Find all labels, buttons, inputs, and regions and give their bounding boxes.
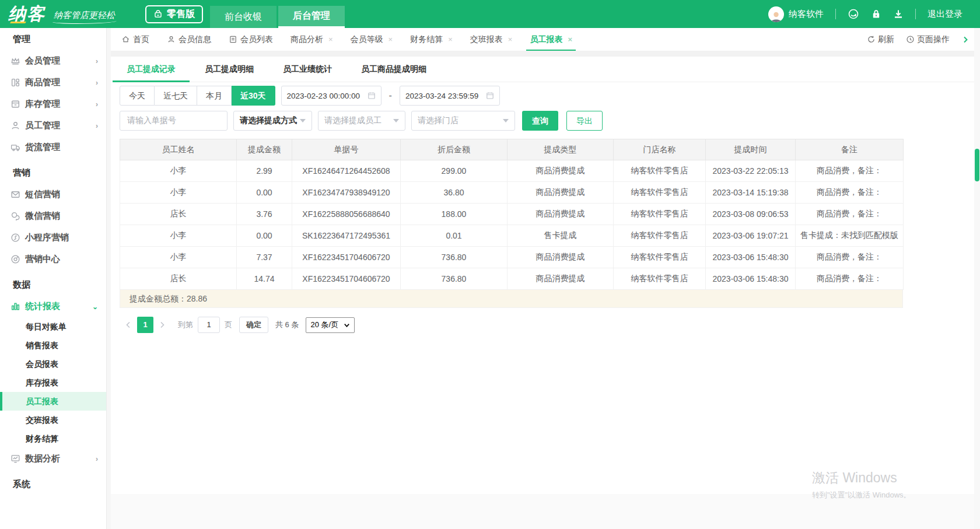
- cell-store: 纳客软件零售店: [614, 247, 706, 268]
- sidebar-item-stock-manage[interactable]: 库存管理 ›: [0, 93, 106, 115]
- customer-service-icon[interactable]: [848, 8, 859, 20]
- sidebar-section-system: 系统: [0, 473, 106, 495]
- sidebar-sub-shift-report[interactable]: 交班报表: [0, 411, 106, 429]
- search-button[interactable]: 查询: [522, 111, 558, 131]
- order-number-link[interactable]: XF16234747938949120: [292, 182, 401, 204]
- logout-button[interactable]: 退出登录: [928, 9, 963, 20]
- cell-remark: 商品消费，备注：: [796, 247, 904, 268]
- prev-page-button[interactable]: [120, 317, 137, 333]
- sidebar-sub-member-report[interactable]: 会员报表: [0, 355, 106, 373]
- cell-store: 纳客软件零售店: [614, 225, 706, 247]
- close-icon[interactable]: ×: [328, 35, 333, 44]
- cell-remark: 商品消费，备注：: [796, 268, 904, 290]
- close-icon[interactable]: ×: [388, 35, 393, 44]
- subtab-commission-details[interactable]: 员工提成明细: [198, 57, 261, 82]
- caret-down-icon: [344, 322, 350, 328]
- tab-home[interactable]: 首页: [121, 28, 149, 51]
- sidebar-item-data-analysis[interactable]: 数据分析 ›: [0, 448, 106, 470]
- tab-member-list[interactable]: 会员列表: [229, 28, 273, 51]
- shopping-bag-icon: [153, 9, 163, 19]
- download-icon[interactable]: [893, 9, 904, 19]
- chevron-right-icon: ›: [96, 122, 98, 130]
- page-operations-button[interactable]: 页面操作: [906, 34, 950, 45]
- sidebar-item-member-manage[interactable]: 会员管理 ›: [0, 50, 106, 72]
- export-button[interactable]: 导出: [566, 111, 603, 131]
- table-row: 小李 2.99 XF16246471264452608 299.00 商品消费提…: [120, 160, 904, 182]
- cell-type: 商品消费提成: [508, 247, 614, 268]
- inventory-box-icon: [10, 99, 20, 109]
- tab-finance-settle[interactable]: 财务结算 ×: [410, 28, 453, 51]
- sidebar-sub-stock-report[interactable]: 库存报表: [0, 373, 106, 392]
- sidebar-item-sms-marketing[interactable]: 短信营销: [0, 184, 106, 205]
- chevron-right-icon[interactable]: [961, 36, 970, 44]
- sidebar-item-miniprogram-marketing[interactable]: 小程序营销: [0, 227, 106, 248]
- chevron-right-icon: ›: [96, 57, 98, 65]
- subtab-performance-stats[interactable]: 员工业绩统计: [276, 57, 339, 82]
- sidebar-item-logistics-manage[interactable]: 货流管理: [0, 136, 106, 158]
- sidebar-sub-finance-settle[interactable]: 财务结算: [0, 429, 106, 448]
- refresh-button[interactable]: 刷新: [867, 34, 894, 45]
- tab-bar-actions: 刷新 页面操作: [867, 34, 970, 45]
- goods-icon: [10, 78, 20, 87]
- clock-icon: [906, 35, 915, 44]
- tab-shift-report[interactable]: 交班报表 ×: [470, 28, 513, 51]
- commission-employee-select[interactable]: 请选择提成员工: [318, 111, 405, 131]
- commission-method-select[interactable]: 请选择提成方式: [233, 111, 312, 131]
- range-30days-button[interactable]: 近30天: [232, 86, 275, 106]
- subtab-goods-commission-details[interactable]: 员工商品提成明细: [354, 57, 433, 82]
- close-icon[interactable]: ×: [448, 35, 453, 44]
- goto-page-input[interactable]: 1: [198, 317, 220, 333]
- close-icon[interactable]: ×: [508, 35, 513, 44]
- start-date-value: 2023-02-23 00:00:00: [287, 92, 360, 100]
- confirm-page-button[interactable]: 确定: [239, 317, 268, 333]
- order-number-link[interactable]: XF16223451704606720: [292, 247, 401, 268]
- sidebar-scrollbar[interactable]: [106, 28, 111, 529]
- col-commission-amount: 提成金额: [237, 139, 292, 160]
- user-menu[interactable]: 纳客软件: [768, 6, 824, 22]
- order-number-input[interactable]: 请输入单据号: [120, 111, 228, 131]
- page-number-button[interactable]: 1: [137, 317, 153, 333]
- tab-label: 员工报表: [530, 34, 562, 45]
- order-number-link[interactable]: XF16225888056688640: [292, 204, 401, 225]
- avatar: [768, 6, 784, 22]
- subtab-commission-records[interactable]: 员工提成记录: [120, 57, 183, 82]
- tab-member-level[interactable]: 会员等级 ×: [351, 28, 393, 51]
- cell-remark: 商品消费，备注：: [796, 204, 904, 225]
- date-separator: -: [389, 90, 392, 101]
- store-select[interactable]: 请选择门店: [411, 111, 515, 131]
- lock-icon[interactable]: [871, 9, 881, 19]
- sidebar-sub-sales-report[interactable]: 销售报表: [0, 336, 106, 355]
- cell-time: 2023-03-22 22:05:13: [706, 160, 796, 182]
- sidebar-item-goods-manage[interactable]: 商品管理 ›: [0, 72, 106, 93]
- sidebar-item-staff-manage[interactable]: 员工管理 ›: [0, 115, 106, 136]
- range-7days-button[interactable]: 近七天: [155, 86, 197, 106]
- sidebar-item-wechat-marketing[interactable]: 微信营销: [0, 205, 106, 227]
- page-scrollbar[interactable]: [974, 28, 980, 529]
- tab-member-info[interactable]: 会员信息: [167, 28, 211, 51]
- version-badge-label: 零售版: [167, 8, 195, 20]
- tab-label: 交班报表: [470, 34, 503, 45]
- next-page-button[interactable]: [153, 317, 171, 333]
- tab-label: 会员信息: [178, 34, 211, 45]
- scrollbar-thumb[interactable]: [975, 149, 979, 181]
- front-cashier-button[interactable]: 前台收银: [210, 6, 276, 28]
- backend-manage-button[interactable]: 后台管理: [278, 6, 345, 28]
- commission-employee-value: 请选择提成员工: [324, 115, 382, 126]
- close-icon[interactable]: ×: [568, 35, 572, 44]
- range-month-button[interactable]: 本月: [197, 86, 232, 106]
- sidebar-sub-staff-report[interactable]: 员工报表: [0, 392, 106, 411]
- order-number-link[interactable]: XF16223451704606720: [292, 268, 401, 290]
- end-date-input[interactable]: 2023-03-24 23:59:59: [400, 86, 500, 106]
- page-size-select[interactable]: 20 条/页: [306, 317, 355, 333]
- sidebar-item-statistics-reports[interactable]: 统计报表 ⌄: [0, 296, 106, 317]
- sidebar-sub-daily-statement[interactable]: 每日对账单: [0, 317, 106, 336]
- cell-remark: 售卡提成：未找到匹配模版: [796, 225, 904, 247]
- range-today-button[interactable]: 今天: [120, 86, 155, 106]
- start-date-input[interactable]: 2023-02-23 00:00:00: [281, 86, 382, 106]
- chevron-down-icon: ⌄: [92, 303, 98, 311]
- tab-staff-report[interactable]: 员工报表 ×: [530, 28, 572, 51]
- cell-store: 纳客软件零售店: [614, 204, 706, 225]
- tab-goods-analysis[interactable]: 商品分析 ×: [290, 28, 333, 51]
- sidebar-item-marketing-center[interactable]: 营销中心: [0, 248, 106, 270]
- order-number-link[interactable]: XF16246471264452608: [292, 160, 401, 182]
